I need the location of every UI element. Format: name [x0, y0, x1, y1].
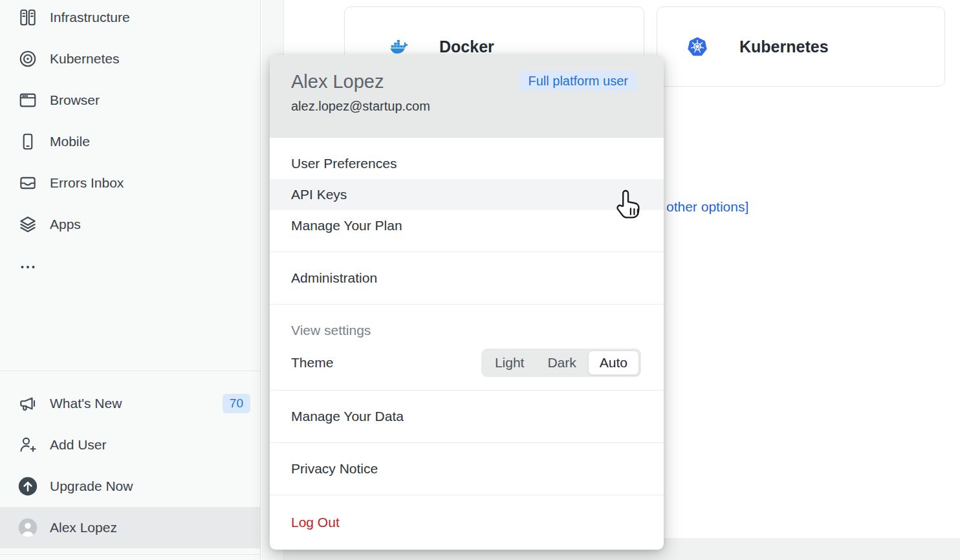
- sidebar-item-label: Add User: [50, 437, 107, 453]
- sidebar-item-label: Alex Lopez: [50, 520, 117, 535]
- avatar: [18, 518, 38, 537]
- kubernetes-option-card[interactable]: Kubernetes: [657, 6, 945, 87]
- theme-row: Theme Light Dark Auto: [270, 346, 664, 380]
- user-menu-header: Alex Lopez alez.lopez@startup.com Full p…: [270, 55, 664, 138]
- sidebar-item-label: Browser: [50, 92, 100, 108]
- menu-section-privacy: Privacy Notice: [270, 442, 664, 495]
- theme-option-light[interactable]: Light: [483, 350, 536, 375]
- sidebar-item-label: Apps: [50, 217, 81, 232]
- sidebar-item-mobile[interactable]: Mobile: [0, 121, 260, 162]
- menu-section-data: Manage Your Data: [270, 390, 664, 442]
- layers-icon: [18, 215, 38, 234]
- sidebar-item-label: Errors Inbox: [50, 175, 124, 191]
- menu-section-logout: Log Out: [270, 495, 664, 550]
- add-user-icon: [18, 435, 38, 455]
- menu-item-manage-your-plan[interactable]: Manage Your Plan: [270, 210, 664, 241]
- sidebar-nav: Infrastructure Kubernetes: [0, 0, 260, 245]
- sidebar-item-label: Infrastructure: [50, 10, 130, 25]
- sidebar-item-label: Kubernetes: [50, 51, 119, 67]
- mobile-phone-icon: [18, 132, 38, 151]
- kubernetes-card-title: Kubernetes: [739, 38, 829, 56]
- sidebar-footer: What's New 70 Add User: [0, 371, 260, 548]
- sidebar-bottom-divider: [0, 554, 260, 555]
- sidebar-item-apps[interactable]: Apps: [0, 204, 260, 245]
- user-email: alez.lopez@startup.com: [291, 99, 664, 114]
- sidebar-item-label: Mobile: [50, 134, 90, 149]
- servers-icon: [18, 8, 38, 27]
- sidebar-item-whats-new[interactable]: What's New 70: [0, 383, 260, 424]
- theme-label: Theme: [291, 355, 333, 371]
- user-role-badge: Full platform user: [519, 71, 638, 91]
- sidebar-item-label: Upgrade Now: [50, 479, 133, 494]
- menu-section-view-settings: View settings Theme Light Dark Auto: [270, 304, 664, 390]
- sidebar: Infrastructure Kubernetes: [0, 0, 261, 560]
- theme-option-dark[interactable]: Dark: [536, 350, 587, 375]
- upgrade-arrow-icon: [18, 477, 38, 496]
- theme-option-auto[interactable]: Auto: [588, 350, 639, 375]
- other-options-link[interactable]: other options]: [666, 199, 748, 215]
- menu-item-user-preferences[interactable]: User Preferences: [270, 148, 664, 179]
- sidebar-item-infrastructure[interactable]: Infrastructure: [0, 0, 260, 38]
- kubernetes-logo-icon: [681, 37, 714, 56]
- user-account-menu: Alex Lopez alez.lopez@startup.com Full p…: [270, 55, 664, 550]
- menu-item-log-out[interactable]: Log Out: [270, 507, 664, 538]
- megaphone-icon: [18, 394, 38, 413]
- menu-item-manage-your-data[interactable]: Manage Your Data: [270, 401, 664, 432]
- docker-card-title: Docker: [439, 38, 494, 56]
- sidebar-item-current-user[interactable]: Alex Lopez: [0, 507, 260, 548]
- sidebar-item-upgrade-now[interactable]: Upgrade Now: [0, 466, 260, 507]
- menu-section-admin: Administration: [270, 252, 664, 304]
- menu-item-api-keys[interactable]: API Keys: [270, 179, 664, 210]
- menu-section-account: User Preferences API Keys Manage Your Pl…: [270, 138, 664, 252]
- menu-item-administration[interactable]: Administration: [270, 263, 664, 294]
- whats-new-count-badge: 70: [223, 394, 250, 413]
- docker-logo-icon: [379, 37, 419, 56]
- mouse-cursor-pointer-icon: [613, 186, 643, 221]
- theme-segmented-control: Light Dark Auto: [481, 349, 641, 377]
- sidebar-item-label: What's New: [50, 396, 122, 411]
- more-options-ellipsis-icon[interactable]: [20, 261, 36, 272]
- app-window: Docker Kubernetes other options]: [0, 0, 960, 560]
- sidebar-item-errors-inbox[interactable]: Errors Inbox: [0, 162, 260, 204]
- view-settings-heading: View settings: [270, 315, 664, 346]
- sidebar-item-browser[interactable]: Browser: [0, 80, 260, 121]
- menu-item-privacy-notice[interactable]: Privacy Notice: [270, 453, 664, 484]
- browser-window-icon: [18, 91, 38, 110]
- target-icon: [18, 49, 38, 69]
- sidebar-item-kubernetes[interactable]: Kubernetes: [0, 38, 260, 80]
- inbox-icon: [18, 173, 38, 193]
- sidebar-item-add-user[interactable]: Add User: [0, 424, 260, 466]
